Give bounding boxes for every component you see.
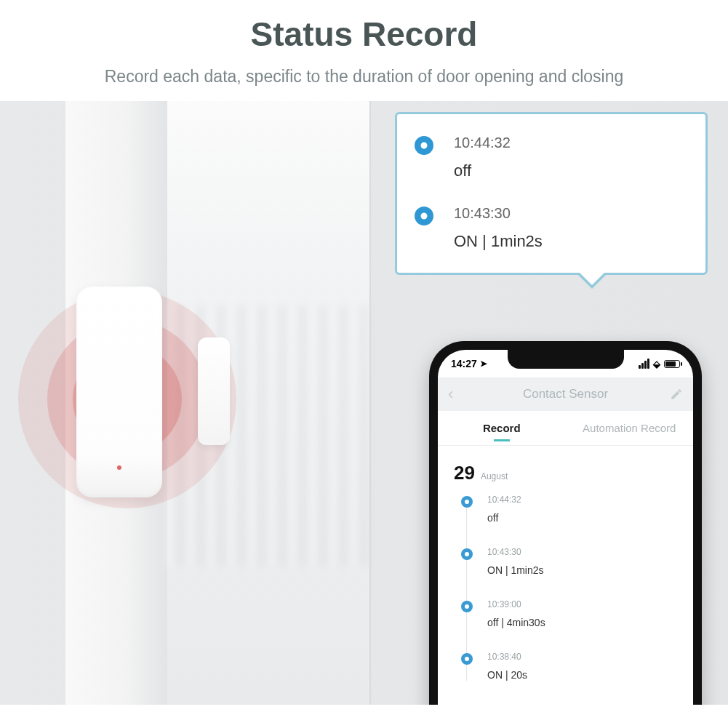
timeline-dot-icon: [415, 207, 433, 225]
phone-device: 14:27 ➤ ⬙ ‹ Contact Sensor Record Automa…: [429, 341, 702, 705]
date-month: August: [481, 471, 508, 481]
date-header: 29 August: [438, 446, 693, 495]
phone-notch: [508, 350, 624, 369]
callout-state: off: [454, 161, 692, 180]
location-arrow-icon: ➤: [480, 359, 487, 369]
record-state: ON | 20s: [487, 669, 677, 681]
record-item: 10:39:00 off | 4min30s: [461, 599, 677, 628]
door-sensor-magnet: [198, 337, 230, 445]
back-icon[interactable]: ‹: [448, 385, 453, 404]
timeline-dot-icon: [461, 548, 473, 560]
timeline-dot-icon: [415, 136, 433, 155]
page-header: Status Record Record each data, specific…: [0, 0, 728, 101]
tab-automation-record[interactable]: Automation Record: [566, 422, 694, 434]
wifi-icon: ⬙: [653, 359, 660, 369]
record-time: 10:44:32: [487, 495, 677, 505]
door-sensor-body: [76, 287, 162, 497]
record-item: 10:38:40 ON | 20s: [461, 652, 677, 681]
phone-screen: 14:27 ➤ ⬙ ‹ Contact Sensor Record Automa…: [438, 350, 693, 705]
record-list: 10:44:32 off 10:43:30 ON | 1min2s 10:39:…: [438, 495, 693, 681]
callout-state: ON | 1min2s: [454, 232, 692, 251]
record-state: ON | 1min2s: [487, 564, 677, 576]
timeline-dot-icon: [461, 601, 473, 612]
edit-icon[interactable]: [670, 388, 683, 401]
callout-time: 10:44:32: [454, 135, 692, 151]
app-title: Contact Sensor: [523, 387, 608, 401]
callout-time: 10:43:30: [454, 205, 692, 222]
status-callout: 10:44:32 off 10:43:30 ON | 1min2s: [395, 112, 708, 275]
record-state: off | 4min30s: [487, 617, 677, 628]
record-item: 10:44:32 off: [461, 495, 677, 524]
signal-icon: [639, 359, 649, 369]
timeline-dot-icon: [461, 653, 473, 665]
tab-record[interactable]: Record: [438, 422, 566, 434]
record-state: off: [487, 512, 677, 524]
timeline-dot-icon: [461, 496, 473, 508]
record-time: 10:38:40: [487, 652, 677, 662]
record-time: 10:43:30: [487, 547, 677, 557]
tabs: Record Automation Record: [438, 411, 693, 446]
sensor-led-icon: [117, 465, 121, 470]
app-header: ‹ Contact Sensor: [438, 377, 693, 411]
page-title: Status Record: [29, 15, 699, 54]
date-day: 29: [454, 462, 475, 484]
page-subtitle: Record each data, specific to the durati…: [29, 67, 699, 87]
battery-icon: [664, 360, 680, 368]
record-time: 10:39:00: [487, 599, 677, 609]
scene: 10:44:32 off 10:43:30 ON | 1min2s 14:27 …: [0, 101, 728, 705]
status-time: 14:27: [451, 358, 477, 369]
callout-item: 10:44:32 off: [415, 135, 692, 180]
record-item: 10:43:30 ON | 1min2s: [461, 547, 677, 576]
callout-item: 10:43:30 ON | 1min2s: [415, 205, 692, 251]
